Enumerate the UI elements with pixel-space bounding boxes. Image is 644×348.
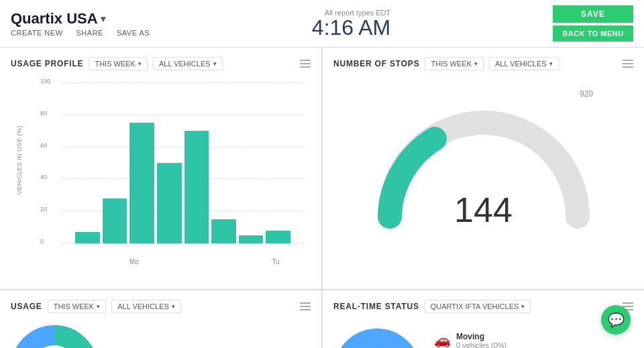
header-center: All report types EDT 4:16 AM xyxy=(312,9,390,38)
x-label-mo: Mo xyxy=(129,258,139,266)
realtime-header: REAL-TIME STATUS QUARTIX IFTA VEHICLES ▾ xyxy=(333,300,633,313)
bar-7 xyxy=(266,231,290,243)
title-chevron[interactable]: ▾ xyxy=(101,13,105,24)
x-label-tu: Tu xyxy=(272,258,280,266)
moving-vehicle-icon: 🚗 xyxy=(434,332,451,348)
stops-menu[interactable] xyxy=(623,60,633,68)
realtime-status-panel: REAL-TIME STATUS QUARTIX IFTA VEHICLES ▾ xyxy=(323,290,644,348)
app-title: Quartix USA ▾ xyxy=(11,10,150,27)
bar-1 xyxy=(103,198,127,243)
hamburger-icon xyxy=(300,302,311,310)
chevron-down-icon: ▾ xyxy=(97,303,100,310)
number-of-stops-panel: NUMBER OF STOPS THIS WEEK ▾ ALL VEHICLES… xyxy=(323,48,644,289)
usage-profile-week-filter[interactable]: THIS WEEK ▾ xyxy=(89,57,148,70)
usage-header: USAGE THIS WEEK ▾ ALL VEHICLES ▾ xyxy=(11,300,311,313)
stops-header: NUMBER OF STOPS THIS WEEK ▾ ALL VEHICLES… xyxy=(333,57,633,70)
gauge-value: 144 xyxy=(454,190,513,230)
chevron-down-icon: ▾ xyxy=(549,60,553,67)
realtime-donut xyxy=(333,329,421,349)
bar-5 xyxy=(211,219,236,243)
usage-profile-header: USAGE PROFILE THIS WEEK ▾ ALL VEHICLES ▾ xyxy=(11,57,311,70)
usage-menu[interactable] xyxy=(300,302,311,310)
realtime-vehicle-filter[interactable]: QUARTIX IFTA VEHICLES ▾ xyxy=(425,300,531,313)
stops-title: NUMBER OF STOPS xyxy=(333,59,419,68)
back-to-menu-button[interactable]: BACK TO MENU xyxy=(553,25,633,42)
chevron-down-icon: ▾ xyxy=(172,303,175,310)
bar-3 xyxy=(157,163,182,243)
usage-vehicle-filter[interactable]: ALL VEHICLES ▾ xyxy=(111,300,181,313)
realtime-title: REAL-TIME STATUS xyxy=(333,302,419,311)
moving-text: Moving 0 vehicles (0%) xyxy=(456,332,506,348)
bar-2 xyxy=(129,123,154,243)
svg-point-3 xyxy=(343,339,411,349)
donut-svg xyxy=(11,325,98,348)
usage-panel: USAGE THIS WEEK ▾ ALL VEHICLES ▾ xyxy=(0,290,321,348)
hamburger-icon xyxy=(623,60,633,68)
usage-profile-vehicle-filter[interactable]: ALL VEHICLES ▾ xyxy=(153,57,223,70)
chat-button[interactable]: 💬 xyxy=(601,305,631,335)
header: Quartix USA ▾ CREATE NEW SHARE SAVE AS A… xyxy=(0,0,644,48)
bars-row xyxy=(62,82,304,243)
create-new-link[interactable]: CREATE NEW xyxy=(11,29,63,37)
usage-week-filter[interactable]: THIS WEEK ▾ xyxy=(48,300,107,313)
realtime-content: 🚗 Moving 0 vehicles (0%) 🚗 Stationary (I… xyxy=(333,318,633,348)
y-axis-label: VEHICLES IN USE (%) xyxy=(16,76,23,243)
bar-chart: VEHICLES IN USE (%) 100 80 60 40 20 0 Mo… xyxy=(35,76,311,264)
save-as-link[interactable]: SAVE AS xyxy=(117,29,150,37)
realtime-svg xyxy=(333,329,421,349)
gauge-chart: 920 144 xyxy=(333,76,633,264)
chevron-down-icon: ▾ xyxy=(474,60,478,67)
share-link[interactable]: SHARE xyxy=(76,29,103,37)
header-nav: CREATE NEW SHARE SAVE AS xyxy=(11,29,150,37)
dashboard: USAGE PROFILE THIS WEEK ▾ ALL VEHICLES ▾… xyxy=(0,48,644,348)
realtime-legend: 🚗 Moving 0 vehicles (0%) 🚗 Stationary (I… xyxy=(434,325,529,348)
donut-container: 22% 🚗 In use 18 vehicles (78%) 🚗 Not in … xyxy=(11,318,311,348)
chevron-down-icon: ▾ xyxy=(138,60,142,67)
bar-0 xyxy=(75,232,100,243)
chevron-down-icon: ▾ xyxy=(521,303,525,310)
usage-title: USAGE xyxy=(11,302,42,311)
hamburger-icon xyxy=(300,60,311,68)
usage-profile-menu[interactable] xyxy=(300,60,311,68)
header-buttons: SAVE BACK TO MENU xyxy=(553,5,633,42)
app-name: Quartix USA xyxy=(11,10,98,27)
stops-vehicle-filter[interactable]: ALL VEHICLES ▾ xyxy=(489,57,559,70)
gauge-max-value: 920 xyxy=(580,89,593,99)
chevron-down-icon: ▾ xyxy=(213,60,217,67)
bar-6 xyxy=(239,235,264,243)
moving-label: Moving xyxy=(456,332,506,341)
stops-week-filter[interactable]: THIS WEEK ▾ xyxy=(425,57,484,70)
header-left: Quartix USA ▾ CREATE NEW SHARE SAVE AS xyxy=(11,10,150,37)
moving-item: 🚗 Moving 0 vehicles (0%) xyxy=(434,332,529,348)
moving-sub: 0 vehicles (0%) xyxy=(456,341,506,348)
donut-chart: 22% xyxy=(11,325,98,348)
bar-4 xyxy=(184,131,209,243)
save-button[interactable]: SAVE xyxy=(553,5,633,23)
usage-profile-panel: USAGE PROFILE THIS WEEK ▾ ALL VEHICLES ▾… xyxy=(0,48,321,289)
usage-profile-title: USAGE PROFILE xyxy=(11,59,83,68)
chat-icon: 💬 xyxy=(608,312,625,328)
current-time: 4:16 AM xyxy=(312,17,390,38)
